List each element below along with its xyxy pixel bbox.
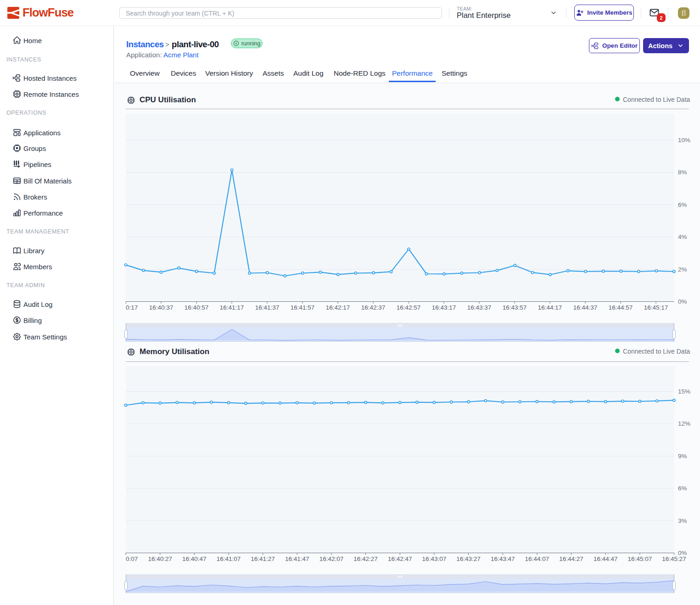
svg-text:16:43:27: 16:43:27 — [456, 555, 481, 562]
svg-text:16:42:37: 16:42:37 — [361, 304, 386, 311]
svg-text:16:44:07: 16:44:07 — [525, 555, 549, 562]
svg-text:16:43:07: 16:43:07 — [422, 555, 447, 562]
svg-text:16:41:37: 16:41:37 — [255, 304, 280, 311]
svg-text:16:44:47: 16:44:47 — [594, 555, 618, 562]
svg-text:12%: 12% — [678, 420, 690, 427]
svg-text:16:45:27: 16:45:27 — [662, 555, 686, 562]
svg-text:0:07: 0:07 — [126, 555, 138, 562]
svg-text:16:40:27: 16:40:27 — [148, 555, 172, 562]
svg-text:16:41:27: 16:41:27 — [251, 555, 275, 562]
svg-text:3%: 3% — [678, 517, 687, 524]
svg-text:4%: 4% — [678, 233, 687, 240]
svg-text:16:45:07: 16:45:07 — [628, 555, 652, 562]
svg-text:6%: 6% — [678, 485, 687, 492]
svg-text:16:42:47: 16:42:47 — [388, 555, 412, 562]
svg-text:16:42:57: 16:42:57 — [397, 304, 421, 311]
svg-text:16:44:17: 16:44:17 — [538, 304, 562, 311]
svg-text:9%: 9% — [678, 453, 687, 460]
svg-text:16:45:17: 16:45:17 — [644, 304, 668, 311]
svg-text:0%: 0% — [678, 298, 687, 305]
svg-text:16:40:37: 16:40:37 — [149, 304, 174, 311]
svg-text:16:40:47: 16:40:47 — [182, 555, 207, 562]
svg-text:16:41:57: 16:41:57 — [291, 304, 315, 311]
svg-text:16:44:57: 16:44:57 — [609, 304, 633, 311]
svg-text:15%: 15% — [678, 388, 690, 395]
svg-text:6%: 6% — [678, 201, 687, 208]
svg-text:8%: 8% — [678, 169, 687, 176]
svg-text:16:42:07: 16:42:07 — [319, 555, 344, 562]
svg-text:16:43:37: 16:43:37 — [467, 304, 492, 311]
svg-text:16:40:57: 16:40:57 — [185, 304, 209, 311]
svg-text:2%: 2% — [678, 266, 687, 273]
svg-text:16:43:57: 16:43:57 — [503, 304, 527, 311]
svg-text:16:42:27: 16:42:27 — [353, 555, 378, 562]
svg-text:16:44:27: 16:44:27 — [559, 555, 583, 562]
svg-text:16:43:47: 16:43:47 — [491, 555, 515, 562]
svg-text:16:41:17: 16:41:17 — [220, 304, 244, 311]
svg-text:16:41:47: 16:41:47 — [285, 555, 309, 562]
svg-text:16:44:37: 16:44:37 — [573, 304, 598, 311]
svg-text:16:43:17: 16:43:17 — [432, 304, 456, 311]
svg-text:10%: 10% — [678, 137, 690, 144]
svg-text:16:42:17: 16:42:17 — [326, 304, 350, 311]
svg-text:16:41:07: 16:41:07 — [217, 555, 241, 562]
svg-text:0:17: 0:17 — [126, 304, 138, 311]
